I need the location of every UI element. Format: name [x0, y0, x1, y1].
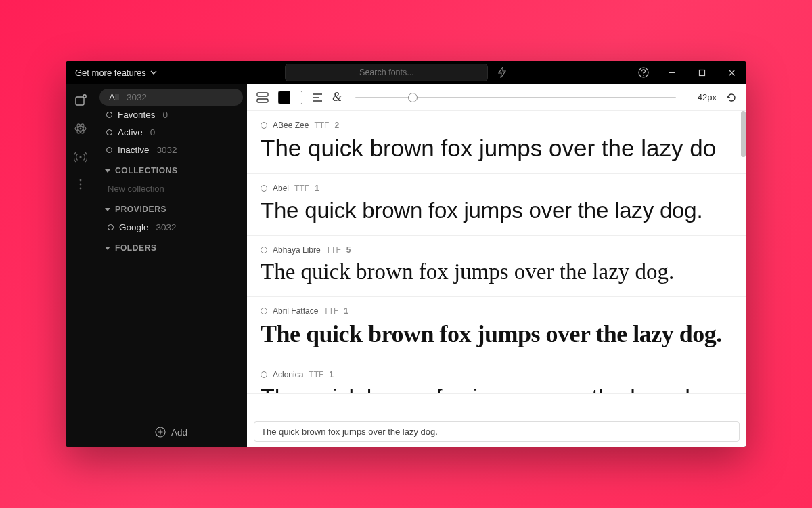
sample-text-input[interactable]: The quick brown fox jumps over the lazy …	[254, 421, 740, 442]
filter-count: 3032	[127, 92, 147, 102]
sidebar-filter-all[interactable]: All3032	[99, 89, 243, 106]
font-type: TTF	[309, 370, 323, 379]
svg-point-10	[80, 179, 82, 182]
favorite-toggle[interactable]	[261, 122, 267, 129]
font-row[interactable]: AbelTTF1The quick brown fox jumps over t…	[247, 174, 746, 236]
bolt-icon[interactable]	[493, 64, 511, 81]
ampersand-icon: &	[332, 90, 342, 104]
font-row[interactable]: AclonicaTTF1The quick brown fox jumps ov…	[247, 360, 746, 394]
section-label: FOLDERS	[115, 243, 157, 253]
help-button[interactable]	[630, 67, 657, 78]
search-input[interactable]: Search fonts...	[285, 64, 488, 81]
font-sample: The quick brown fox jumps over the lazy …	[261, 259, 733, 286]
titlebar: Get more features Search fonts...	[66, 61, 746, 84]
svg-rect-3	[76, 97, 84, 105]
layout-toggle-button[interactable]	[256, 92, 269, 103]
font-row[interactable]: ABee ZeeTTF2The quick brown fox jumps ov…	[247, 111, 746, 174]
svg-point-4	[83, 95, 86, 98]
svg-point-12	[80, 188, 82, 190]
theme-swatch-icon	[278, 91, 302, 104]
theme-toggle-button[interactable]	[278, 91, 302, 104]
provider-name: Google	[119, 222, 149, 232]
dots-vertical-icon	[79, 179, 82, 190]
font-style-count: 2	[334, 121, 339, 130]
filter-label: Inactive	[118, 145, 150, 155]
align-left-icon	[312, 93, 323, 102]
font-row[interactable]: Abhaya LibreTTF5The quick brown fox jump…	[247, 236, 746, 297]
favorite-toggle[interactable]	[261, 185, 267, 192]
font-type: TTF	[326, 245, 341, 255]
section-label: PROVIDERS	[115, 205, 166, 214]
glyphs-button[interactable]: &	[332, 90, 342, 104]
favorite-toggle[interactable]	[261, 308, 267, 314]
font-name: Abel	[273, 184, 289, 193]
section-collections[interactable]: COLLECTIONS	[95, 159, 247, 179]
circle-icon	[106, 129, 112, 135]
search-placeholder: Search fonts...	[359, 68, 414, 77]
favorite-toggle[interactable]	[261, 247, 267, 253]
font-name: Abhaya Libre	[273, 245, 321, 255]
minimize-icon	[669, 69, 676, 77]
icon-rail	[66, 84, 95, 447]
scrollbar[interactable]	[740, 111, 746, 447]
size-slider[interactable]	[351, 97, 680, 98]
section-label: COLLECTIONS	[115, 166, 178, 175]
close-button[interactable]	[717, 61, 746, 84]
new-collection-button[interactable]: New collection	[95, 179, 247, 198]
size-label: 42px	[690, 92, 717, 102]
font-type: TTF	[294, 184, 309, 193]
add-button[interactable]: Add	[95, 417, 247, 447]
sidebar-filter-favorites[interactable]: Favorites0	[99, 106, 243, 123]
get-more-features-button[interactable]: Get more features	[66, 61, 166, 84]
font-meta: ABee ZeeTTF2	[261, 121, 733, 130]
triangle-down-icon	[105, 169, 110, 173]
triangle-down-icon	[105, 247, 110, 250]
font-name: Abril Fatface	[273, 306, 318, 316]
minimize-button[interactable]	[657, 61, 687, 84]
svg-point-8	[80, 128, 82, 130]
circle-icon	[106, 147, 112, 153]
provider-google[interactable]: Google3032	[95, 218, 247, 236]
app-window: Get more features Search fonts...	[66, 61, 746, 447]
add-label: Add	[171, 427, 187, 438]
broadcast-icon	[74, 150, 87, 164]
font-style-count: 1	[315, 184, 319, 193]
font-style-count: 5	[346, 245, 351, 255]
favorite-toggle[interactable]	[261, 371, 267, 378]
sidebar-filter-active[interactable]: Active0	[99, 124, 243, 141]
font-sample: The quick brown fox jumps over the lazy …	[261, 197, 733, 224]
filter-label: Favorites	[118, 110, 156, 120]
font-name: ABee Zee	[273, 121, 309, 130]
font-sample: The quick brown fox jumps over the lazy …	[261, 320, 733, 349]
filter-label: All	[109, 92, 119, 102]
align-button[interactable]	[312, 93, 323, 102]
section-folders[interactable]: FOLDERS	[95, 236, 247, 257]
slider-thumb[interactable]	[408, 93, 418, 102]
scrollbar-thumb[interactable]	[741, 111, 746, 157]
filter-label: Active	[118, 127, 143, 137]
rail-more-button[interactable]	[79, 179, 82, 190]
filter-count: 3032	[157, 145, 177, 155]
font-type: TTF	[314, 121, 329, 130]
font-name: Aclonica	[273, 370, 303, 379]
rail-atom-button[interactable]	[74, 122, 87, 135]
maximize-button[interactable]	[687, 61, 717, 84]
section-providers[interactable]: PROVIDERS	[95, 198, 247, 218]
provider-count: 3032	[156, 222, 177, 232]
font-meta: Abhaya LibreTTF5	[261, 245, 733, 255]
font-sample: The quick brown fox jumps over the lazy …	[261, 383, 733, 393]
font-row[interactable]: Abril FatfaceTTF1The quick brown fox jum…	[247, 297, 746, 360]
svg-point-9	[79, 156, 81, 158]
help-icon	[638, 67, 649, 78]
font-style-count: 1	[344, 306, 348, 316]
font-sample: The quick brown fox jumps over the lazy …	[261, 134, 733, 163]
app-body: All3032Favorites0Active0Inactive3032 COL…	[66, 84, 746, 447]
cube-icon	[74, 93, 87, 107]
sidebar-filter-inactive[interactable]: Inactive3032	[99, 142, 243, 158]
rail-radar-button[interactable]	[74, 150, 87, 164]
svg-rect-14	[257, 93, 268, 96]
svg-point-1	[643, 75, 644, 76]
reset-button[interactable]	[726, 92, 737, 103]
rail-fonts-button[interactable]	[74, 93, 87, 107]
circle-icon	[108, 224, 114, 230]
